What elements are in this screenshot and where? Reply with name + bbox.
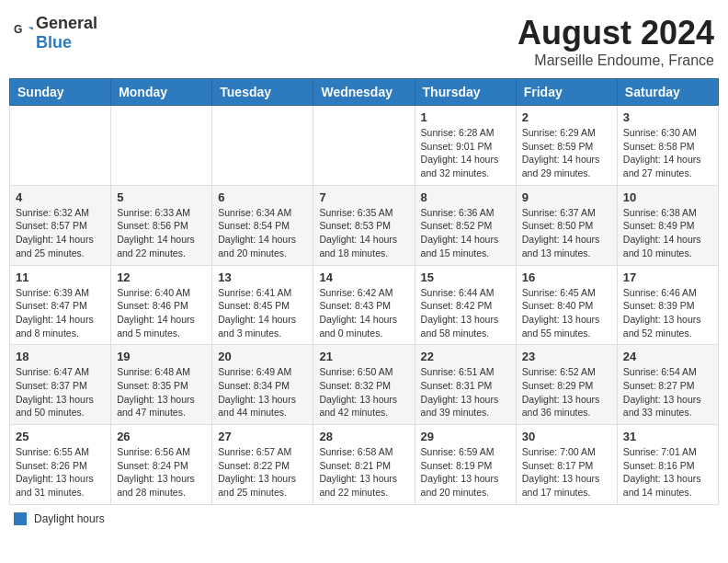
day-number: 10	[623, 190, 712, 204]
calendar-cell: 6Sunrise: 6:34 AM Sunset: 8:54 PM Daylig…	[212, 185, 313, 265]
calendar-cell: 18Sunrise: 6:47 AM Sunset: 8:37 PM Dayli…	[10, 345, 111, 425]
calendar-cell: 8Sunrise: 6:36 AM Sunset: 8:52 PM Daylig…	[415, 185, 516, 265]
calendar-cell: 1Sunrise: 6:28 AM Sunset: 9:01 PM Daylig…	[415, 106, 516, 186]
day-number: 26	[117, 430, 206, 443]
day-info: Sunrise: 6:34 AM Sunset: 8:54 PM Dayligh…	[218, 206, 307, 260]
day-info: Sunrise: 6:47 AM Sunset: 8:37 PM Dayligh…	[16, 365, 105, 419]
calendar-cell: 23Sunrise: 6:52 AM Sunset: 8:29 PM Dayli…	[516, 345, 617, 425]
day-info: Sunrise: 6:38 AM Sunset: 8:49 PM Dayligh…	[623, 206, 712, 260]
day-number: 11	[16, 270, 105, 284]
day-number: 21	[319, 350, 408, 363]
day-number: 22	[421, 350, 510, 363]
calendar-cell: 10Sunrise: 6:38 AM Sunset: 8:49 PM Dayli…	[617, 185, 718, 265]
day-number: 25	[16, 430, 105, 443]
day-info: Sunrise: 6:55 AM Sunset: 8:26 PM Dayligh…	[16, 445, 105, 500]
day-info: Sunrise: 6:35 AM Sunset: 8:53 PM Dayligh…	[319, 206, 408, 260]
svg-marker-1	[28, 27, 33, 29]
day-info: Sunrise: 7:00 AM Sunset: 8:17 PM Dayligh…	[522, 445, 611, 500]
svg-text:G: G	[14, 23, 22, 36]
calendar-cell: 28Sunrise: 6:58 AM Sunset: 8:21 PM Dayli…	[313, 425, 415, 505]
day-info: Sunrise: 6:59 AM Sunset: 8:19 PM Dayligh…	[421, 445, 510, 500]
day-info: Sunrise: 6:46 AM Sunset: 8:39 PM Dayligh…	[623, 286, 712, 340]
day-number: 16	[522, 270, 611, 284]
day-number: 14	[319, 270, 408, 284]
calendar-day-header: Friday	[516, 79, 617, 106]
day-number: 12	[117, 270, 206, 284]
calendar-cell: 14Sunrise: 6:42 AM Sunset: 8:43 PM Dayli…	[313, 265, 415, 345]
location-subtitle: Marseille Endoume, France	[518, 52, 714, 69]
calendar-cell: 12Sunrise: 6:40 AM Sunset: 8:46 PM Dayli…	[111, 265, 212, 345]
calendar-day-header: Wednesday	[313, 79, 415, 106]
calendar-cell: 20Sunrise: 6:49 AM Sunset: 8:34 PM Dayli…	[212, 345, 313, 425]
day-number: 17	[623, 270, 712, 284]
calendar-cell: 3Sunrise: 6:30 AM Sunset: 8:58 PM Daylig…	[617, 106, 718, 186]
legend-label: Daylight hours	[34, 512, 105, 525]
day-number: 28	[319, 430, 408, 443]
day-number: 19	[117, 350, 206, 363]
day-info: Sunrise: 6:56 AM Sunset: 8:24 PM Dayligh…	[117, 445, 206, 500]
day-number: 8	[421, 190, 510, 204]
calendar-cell	[10, 106, 111, 186]
footer: Daylight hours	[9, 512, 719, 525]
calendar-day-header: Thursday	[415, 79, 516, 106]
logo-blue-text: Blue	[36, 33, 72, 52]
day-number: 27	[218, 430, 307, 443]
day-number: 5	[117, 190, 206, 204]
day-info: Sunrise: 6:32 AM Sunset: 8:57 PM Dayligh…	[16, 206, 105, 260]
day-info: Sunrise: 7:01 AM Sunset: 8:16 PM Dayligh…	[623, 445, 712, 500]
day-number: 9	[522, 190, 611, 204]
calendar-cell: 7Sunrise: 6:35 AM Sunset: 8:53 PM Daylig…	[313, 185, 415, 265]
day-number: 7	[319, 190, 408, 204]
calendar-cell: 16Sunrise: 6:45 AM Sunset: 8:40 PM Dayli…	[516, 265, 617, 345]
calendar-cell: 22Sunrise: 6:51 AM Sunset: 8:31 PM Dayli…	[415, 345, 516, 425]
calendar-cell: 17Sunrise: 6:46 AM Sunset: 8:39 PM Dayli…	[617, 265, 718, 345]
calendar-week-row: 18Sunrise: 6:47 AM Sunset: 8:37 PM Dayli…	[10, 345, 719, 425]
calendar-cell: 30Sunrise: 7:00 AM Sunset: 8:17 PM Dayli…	[516, 425, 617, 505]
day-number: 18	[16, 350, 105, 363]
calendar-week-row: 4Sunrise: 6:32 AM Sunset: 8:57 PM Daylig…	[10, 185, 719, 265]
day-info: Sunrise: 6:40 AM Sunset: 8:46 PM Dayligh…	[117, 286, 206, 340]
logo-icon: G	[14, 23, 34, 43]
day-number: 24	[623, 350, 712, 363]
logo-general-text: General	[36, 14, 97, 32]
day-number: 1	[421, 110, 510, 124]
day-info: Sunrise: 6:50 AM Sunset: 8:32 PM Dayligh…	[319, 365, 408, 419]
day-number: 30	[522, 430, 611, 443]
day-info: Sunrise: 6:28 AM Sunset: 9:01 PM Dayligh…	[421, 126, 510, 180]
calendar-cell	[111, 106, 212, 186]
calendar-day-header: Sunday	[10, 79, 111, 106]
calendar-cell: 15Sunrise: 6:44 AM Sunset: 8:42 PM Dayli…	[415, 265, 516, 345]
day-info: Sunrise: 6:41 AM Sunset: 8:45 PM Dayligh…	[218, 286, 307, 340]
day-info: Sunrise: 6:37 AM Sunset: 8:50 PM Dayligh…	[522, 206, 611, 260]
calendar-cell: 29Sunrise: 6:59 AM Sunset: 8:19 PM Dayli…	[415, 425, 516, 505]
day-number: 6	[218, 190, 307, 204]
day-info: Sunrise: 6:30 AM Sunset: 8:58 PM Dayligh…	[623, 126, 712, 180]
calendar-day-header: Monday	[111, 79, 212, 106]
day-number: 4	[16, 190, 105, 204]
day-info: Sunrise: 6:42 AM Sunset: 8:43 PM Dayligh…	[319, 286, 408, 340]
day-number: 2	[522, 110, 611, 124]
calendar-cell: 21Sunrise: 6:50 AM Sunset: 8:32 PM Dayli…	[313, 345, 415, 425]
day-info: Sunrise: 6:36 AM Sunset: 8:52 PM Dayligh…	[421, 206, 510, 260]
day-number: 20	[218, 350, 307, 363]
calendar-day-header: Saturday	[617, 79, 718, 106]
day-info: Sunrise: 6:44 AM Sunset: 8:42 PM Dayligh…	[421, 286, 510, 340]
day-info: Sunrise: 6:51 AM Sunset: 8:31 PM Dayligh…	[421, 365, 510, 419]
calendar-day-header: Tuesday	[212, 79, 313, 106]
calendar-week-row: 11Sunrise: 6:39 AM Sunset: 8:47 PM Dayli…	[10, 265, 719, 345]
calendar-week-row: 1Sunrise: 6:28 AM Sunset: 9:01 PM Daylig…	[10, 106, 719, 186]
logo: G General Blue	[14, 14, 97, 52]
day-info: Sunrise: 6:52 AM Sunset: 8:29 PM Dayligh…	[522, 365, 611, 419]
calendar-cell	[212, 106, 313, 186]
day-info: Sunrise: 6:57 AM Sunset: 8:22 PM Dayligh…	[218, 445, 307, 500]
day-info: Sunrise: 6:48 AM Sunset: 8:35 PM Dayligh…	[117, 365, 206, 419]
calendar-week-row: 25Sunrise: 6:55 AM Sunset: 8:26 PM Dayli…	[10, 425, 719, 505]
calendar-cell: 27Sunrise: 6:57 AM Sunset: 8:22 PM Dayli…	[212, 425, 313, 505]
calendar-cell: 2Sunrise: 6:29 AM Sunset: 8:59 PM Daylig…	[516, 106, 617, 186]
calendar-cell: 25Sunrise: 6:55 AM Sunset: 8:26 PM Dayli…	[10, 425, 111, 505]
calendar-cell	[313, 106, 415, 186]
calendar-cell: 31Sunrise: 7:01 AM Sunset: 8:16 PM Dayli…	[617, 425, 718, 505]
calendar-cell: 11Sunrise: 6:39 AM Sunset: 8:47 PM Dayli…	[10, 265, 111, 345]
day-info: Sunrise: 6:33 AM Sunset: 8:56 PM Dayligh…	[117, 206, 206, 260]
day-info: Sunrise: 6:49 AM Sunset: 8:34 PM Dayligh…	[218, 365, 307, 419]
